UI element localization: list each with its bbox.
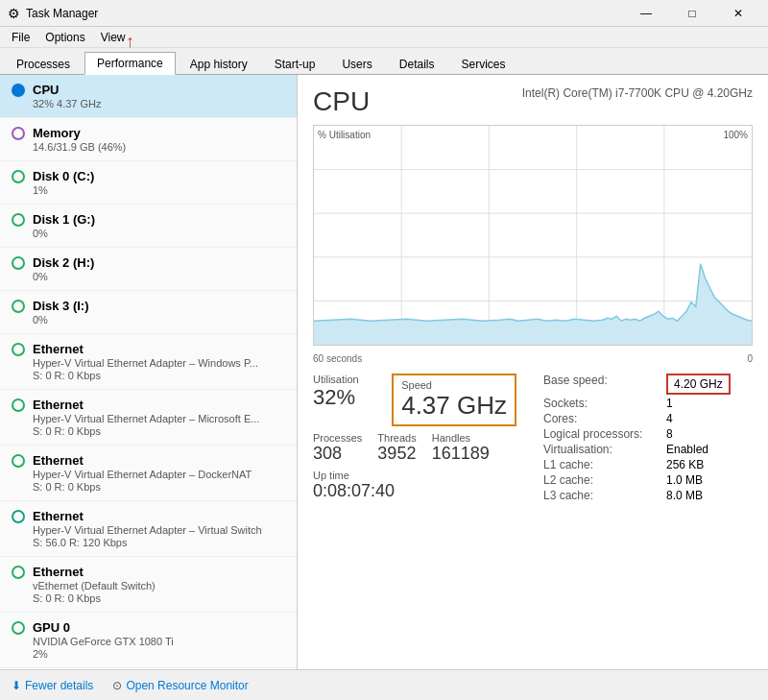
- l3-value: 8.0 MB: [666, 489, 703, 502]
- handles-label: Handles: [432, 432, 490, 444]
- sockets-value: 1: [666, 397, 673, 410]
- app-icon: ⚙: [8, 6, 20, 21]
- eth4-label: Ethernet: [33, 509, 84, 523]
- sidebar: CPU 32% 4.37 GHz Memory 14.6/31.9 GB (46…: [0, 75, 298, 669]
- info-row-l2: L2 cache: 1.0 MB: [543, 473, 753, 487]
- eth2-adapter: Hyper-V Virtual Ethernet Adapter – Micro…: [33, 413, 285, 424]
- disk1-indicator: [12, 213, 25, 227]
- sidebar-item-memory[interactable]: Memory 14.6/31.9 GB (46%): [0, 118, 297, 161]
- logical-value: 8: [666, 427, 673, 441]
- cores-key: Cores:: [543, 412, 659, 425]
- uptime-block: Up time 0:08:07:40: [313, 470, 524, 501]
- memory-indicator: [12, 127, 25, 140]
- basespeed-value: 4.20 GHz: [674, 377, 723, 391]
- basespeed-value-box: 4.20 GHz: [666, 374, 731, 395]
- eth5-indicator: [12, 566, 25, 579]
- virtualisation-value: Enabled: [666, 443, 708, 456]
- utilisation-block: Utilisation 32%: [313, 374, 380, 410]
- open-resource-monitor-link[interactable]: ⊙ Open Resource Monitor: [112, 679, 248, 692]
- disk2-indicator: [12, 256, 25, 270]
- tab-bar: Processes Performance ↑ App history Star…: [0, 48, 768, 75]
- l1-key: L1 cache:: [543, 458, 659, 471]
- fewer-details-link[interactable]: ⬇ Fewer details: [12, 679, 93, 692]
- l2-key: L2 cache:: [543, 473, 659, 487]
- cpu-stats: 32% 4.37 GHz: [33, 98, 285, 109]
- handles-value: 161189: [432, 444, 490, 464]
- minimize-button[interactable]: —: [624, 0, 668, 27]
- fewer-details-icon: ⬇: [12, 679, 21, 692]
- sidebar-item-disk2[interactable]: Disk 2 (H:) 0%: [0, 248, 297, 291]
- eth3-adapter: Hyper-V Virtual Ethernet Adapter – Docke…: [33, 469, 285, 480]
- utilisation-value: 32%: [313, 385, 380, 410]
- cpu-graph: % Utilisation 100%: [313, 125, 753, 346]
- memory-label: Memory: [33, 126, 81, 140]
- info-row-basespeed: Base speed: 4.20 GHz: [543, 374, 753, 395]
- sidebar-item-ethernet1[interactable]: Ethernet Hyper-V Virtual Ethernet Adapte…: [0, 334, 297, 390]
- tab-users[interactable]: Users: [329, 53, 384, 75]
- sidebar-item-disk1[interactable]: Disk 1 (G:) 0%: [0, 205, 297, 248]
- gpu0-indicator: [12, 621, 25, 635]
- cores-value: 4: [666, 412, 673, 425]
- processes-label: Processes: [313, 432, 362, 444]
- maximize-button[interactable]: □: [670, 0, 714, 27]
- sidebar-item-gpu0[interactable]: GPU 0 NVIDIA GeForce GTX 1080 Ti 2%: [0, 613, 297, 668]
- eth4-indicator: [12, 510, 25, 523]
- info-row-l1: L1 cache: 256 KB: [543, 458, 753, 471]
- graph-time-right: 0: [747, 353, 753, 364]
- right-info: Base speed: 4.20 GHz Sockets: 1 Cores: 4…: [543, 374, 753, 504]
- graph-y-max: 100%: [723, 130, 748, 140]
- threads-block: Threads 3952: [377, 432, 416, 464]
- gpu0-stats: 2%: [33, 648, 285, 660]
- eth2-indicator: [12, 398, 25, 412]
- disk1-label: Disk 1 (G:): [33, 212, 95, 227]
- tab-details[interactable]: Details: [387, 53, 447, 75]
- disk2-label: Disk 2 (H:): [33, 255, 94, 270]
- disk2-stats: 0%: [33, 271, 285, 282]
- threads-value: 3952: [377, 444, 416, 464]
- memory-stats: 14.6/31.9 GB (46%): [33, 141, 285, 153]
- info-row-logical: Logical processors: 8: [543, 427, 753, 441]
- speed-box: Speed 4.37 GHz: [392, 374, 516, 426]
- right-panel: CPU Intel(R) Core(TM) i7-7700K CPU @ 4.2…: [298, 75, 768, 669]
- disk3-indicator: [12, 300, 25, 313]
- sidebar-item-disk3[interactable]: Disk 3 (I:) 0%: [0, 291, 297, 334]
- virtualisation-key: Virtualisation:: [543, 443, 659, 456]
- info-row-l3: L3 cache: 8.0 MB: [543, 489, 753, 502]
- sidebar-item-disk0[interactable]: Disk 0 (C:) 1%: [0, 161, 297, 205]
- disk0-indicator: [12, 170, 25, 183]
- eth3-stats: S: 0 R: 0 Kbps: [33, 481, 285, 493]
- menu-file[interactable]: File: [4, 29, 37, 46]
- tab-performance[interactable]: Performance ↑: [84, 52, 176, 75]
- graph-svg: [314, 126, 752, 345]
- cpu-label: CPU: [33, 83, 59, 97]
- graph-time-left: 60 seconds: [313, 353, 362, 364]
- panel-subtitle: Intel(R) Core(TM) i7-7700K CPU @ 4.20GHz: [522, 86, 753, 100]
- l3-key: L3 cache:: [543, 489, 659, 502]
- basespeed-key: Base speed:: [543, 374, 659, 395]
- eth1-label: Ethernet: [33, 342, 84, 356]
- uptime-value: 0:08:07:40: [313, 481, 524, 501]
- tab-startup[interactable]: Start-up: [262, 53, 328, 75]
- gpu0-adapter: NVIDIA GeForce GTX 1080 Ti: [33, 636, 285, 647]
- panel-title: CPU: [313, 86, 370, 117]
- tab-services[interactable]: Services: [448, 53, 517, 75]
- sockets-key: Sockets:: [543, 397, 659, 410]
- left-stats: Utilisation 32% Speed 4.37 GHz Processes…: [313, 374, 524, 504]
- menu-options[interactable]: Options: [37, 29, 92, 46]
- tab-app-history[interactable]: App history: [178, 53, 260, 75]
- sidebar-item-ethernet2[interactable]: Ethernet Hyper-V Virtual Ethernet Adapte…: [0, 390, 297, 446]
- close-button[interactable]: ✕: [716, 0, 760, 27]
- graph-y-label: % Utilisation: [318, 130, 371, 140]
- utilisation-label: Utilisation: [313, 374, 380, 385]
- info-row-cores: Cores: 4: [543, 412, 753, 425]
- sidebar-item-ethernet5[interactable]: Ethernet vEthernet (Default Switch) S: 0…: [0, 557, 297, 613]
- speed-value: 4.37 GHz: [401, 391, 507, 421]
- sidebar-item-cpu[interactable]: CPU 32% 4.37 GHz: [0, 75, 297, 118]
- eth3-label: Ethernet: [33, 453, 84, 468]
- sidebar-item-ethernet4[interactable]: Ethernet Hyper-V Virtual Ethernet Adapte…: [0, 501, 297, 557]
- l1-value: 256 KB: [666, 458, 704, 471]
- menu-bar: File Options View: [0, 27, 768, 48]
- tab-processes[interactable]: Processes: [4, 53, 83, 75]
- sidebar-item-ethernet3[interactable]: Ethernet Hyper-V Virtual Ethernet Adapte…: [0, 446, 297, 501]
- processes-block: Processes 308: [313, 432, 362, 464]
